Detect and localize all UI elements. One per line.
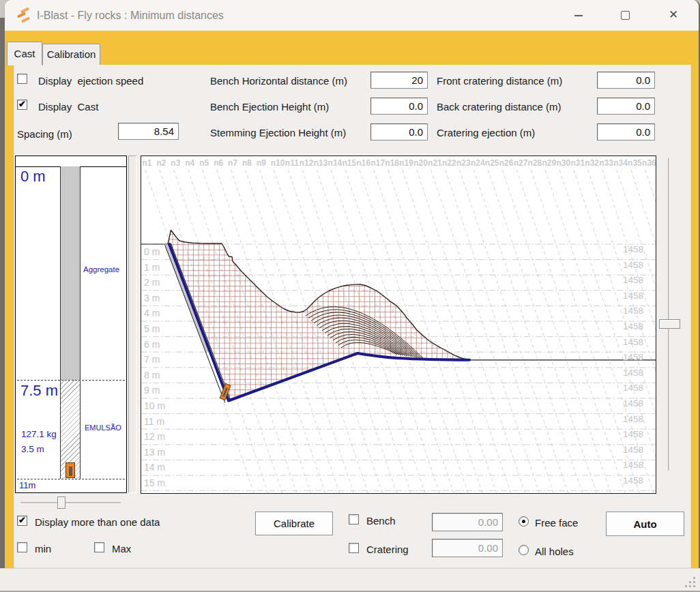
- right-axis-value: 1458: [623, 368, 643, 378]
- hole-number-label: n3: [171, 158, 180, 168]
- display-cast-label: Display Cast: [38, 101, 98, 113]
- right-axis-value: 1458: [623, 306, 643, 316]
- right-axis-value: 1458: [623, 275, 643, 285]
- detonator-icon: [65, 462, 75, 478]
- depth-axis-label: 11 m: [144, 416, 164, 427]
- hole-number-label: n9: [257, 158, 266, 168]
- minimize-button[interactable]: [565, 0, 592, 31]
- borehole-slider-thumb[interactable]: [57, 497, 65, 509]
- hole-number-label: n4: [185, 158, 194, 168]
- cratering-label: Cratering: [366, 544, 409, 555]
- app-logo-icon: [16, 8, 32, 24]
- close-icon: ✕: [669, 8, 678, 22]
- right-axis-value: 1458: [623, 475, 643, 486]
- display-ejection-speed-checkbox[interactable]: [17, 74, 27, 84]
- right-axis-value: 1458: [623, 383, 643, 393]
- hole-bottom-depth-line: [17, 479, 125, 479]
- depth-axis-label: 3 m: [144, 293, 160, 304]
- hole-number-label: n12: [300, 158, 314, 168]
- hole-number-label: n16: [356, 158, 370, 168]
- depth-axis-label: 10 m: [144, 400, 165, 411]
- hole-number-label: n33: [599, 158, 613, 168]
- hole-number-label: n27: [514, 158, 528, 168]
- hole-number-label: n35: [628, 158, 642, 168]
- depth-axis-label: 0 m: [144, 246, 160, 257]
- auto-button[interactable]: Auto: [606, 512, 684, 536]
- hole-number-label: n8: [242, 158, 252, 168]
- chart-vertical-slider-thumb[interactable]: [659, 319, 680, 329]
- hole-number-label: n7: [228, 158, 237, 168]
- maximize-button[interactable]: [611, 0, 639, 31]
- chart-vertical-slider-track[interactable]: [668, 158, 670, 471]
- hole-number-label: n36: [642, 158, 656, 168]
- window-title: I-Blast - Fly rocks : Minimum distances: [37, 0, 224, 31]
- min-checkbox[interactable]: [17, 542, 27, 552]
- borehole-panel-scroll-channel[interactable]: [128, 156, 136, 493]
- borehole-top-depth: 0 m: [20, 168, 46, 186]
- display-cast-checkbox[interactable]: [17, 100, 27, 110]
- cratering-ejection-input[interactable]: [597, 123, 655, 140]
- resize-grip[interactable]: [684, 576, 697, 589]
- hole-number-label: n1: [143, 158, 152, 168]
- bench-label: Bench: [366, 515, 396, 527]
- max-label: Max: [112, 543, 131, 554]
- front-cratering-distance-label: Front cratering distance (m): [437, 75, 562, 87]
- right-axis-value: 1458: [623, 291, 643, 301]
- right-axis-value: 1458: [623, 429, 643, 439]
- hole-number-label: n14: [328, 158, 342, 168]
- hole-number-label: n22: [442, 158, 456, 168]
- borehole-slider-track[interactable]: [20, 502, 121, 504]
- hole-number-label: n13: [314, 158, 328, 168]
- hole-number-label: n28: [528, 158, 542, 168]
- right-axis-value: 1458: [623, 337, 643, 347]
- background-window-strip: [0, 568, 700, 592]
- close-button[interactable]: ✕: [661, 0, 688, 31]
- cratering-ejection-label: Cratering ejection (m): [437, 127, 535, 138]
- hole-number-label: n26: [499, 158, 514, 168]
- charge-top-depth-line: [17, 380, 125, 381]
- title-bar: I-Blast - Fly rocks : Minimum distances …: [5, 0, 699, 31]
- spacing-input[interactable]: [118, 123, 179, 140]
- bench-horizontal-distance-input[interactable]: [370, 72, 428, 89]
- depth-axis-label: 2 m: [144, 277, 160, 288]
- depth-axis-label: 8 m: [144, 370, 160, 381]
- display-more-than-one-data-checkbox[interactable]: [17, 516, 27, 526]
- display-ejection-speed-label: Display ejection speed: [38, 75, 143, 87]
- all-holes-radio[interactable]: [519, 545, 529, 555]
- tab-cast[interactable]: Cast: [7, 42, 42, 65]
- hole-number-label: n32: [585, 158, 599, 168]
- maximize-icon: [621, 11, 630, 20]
- hole-number-label: n11: [285, 158, 299, 168]
- max-checkbox[interactable]: [94, 542, 104, 552]
- calibrate-button[interactable]: Calibrate: [255, 512, 333, 535]
- depth-axis-label: 15 m: [144, 477, 165, 488]
- stemming-material-label: Aggregate: [83, 265, 119, 273]
- minimize-icon: [574, 15, 583, 16]
- hole-number-label: n5: [199, 158, 209, 168]
- cratering-checkbox[interactable]: [349, 543, 359, 553]
- hole-number-label: n6: [214, 158, 223, 168]
- hole-number-label: n24: [471, 158, 485, 168]
- stemming-ejection-height-input[interactable]: [370, 123, 428, 140]
- hole-number-label: n25: [485, 158, 499, 168]
- borehole-panel: 0 m Aggregate 7.5 m 127.1 kg 3.5 m EMULS…: [15, 156, 127, 493]
- tab-calibration[interactable]: Calibration: [42, 44, 100, 65]
- hole-number-label: n30: [556, 158, 570, 168]
- bench-ejection-height-input[interactable]: [370, 98, 428, 115]
- bench-value-input[interactable]: [432, 513, 503, 531]
- right-axis-value: 1458: [623, 445, 643, 455]
- depth-axis-label: 1 m: [144, 262, 160, 273]
- stemming-ejection-height-label: Stemming Ejection Height (m): [210, 127, 346, 138]
- spacing-label: Spacing (m): [17, 128, 72, 140]
- hole-number-label: n17: [370, 158, 385, 168]
- min-label: min: [35, 543, 51, 554]
- hole-number-label: n18: [385, 158, 399, 168]
- hole-number-label: n21: [428, 158, 442, 168]
- hole-number-label: n10: [271, 158, 285, 168]
- right-axis-value: 1458: [623, 491, 643, 493]
- free-face-radio[interactable]: [519, 516, 529, 527]
- back-cratering-distance-input[interactable]: [597, 98, 655, 115]
- bench-checkbox[interactable]: [349, 514, 359, 524]
- cratering-value-input[interactable]: [432, 539, 503, 557]
- front-cratering-distance-input[interactable]: [597, 72, 655, 89]
